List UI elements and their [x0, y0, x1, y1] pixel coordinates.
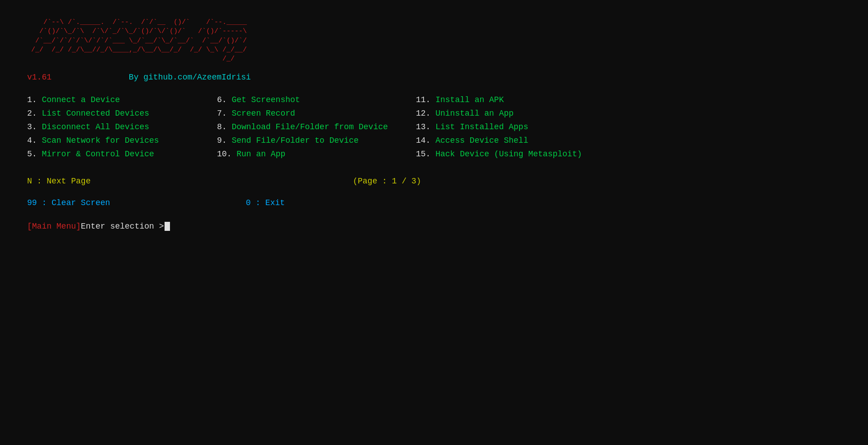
version-line: v1.61 By github.com/AzeemIdrisi: [27, 73, 841, 82]
menu-item-14[interactable]: 14. Access Device Shell: [416, 136, 841, 145]
menu-item-8[interactable]: 8. Download File/Folder from Device: [217, 122, 416, 131]
menu-number-1: 1.: [27, 95, 42, 104]
menu-label-10: Run an App: [236, 150, 285, 159]
exit-label-text: Exit: [265, 198, 285, 207]
menu-column-2: 6. Get Screenshot 7. Screen Record 8. Do…: [217, 95, 416, 159]
menu-item-11[interactable]: 11. Install an APK: [416, 95, 841, 104]
terminal-window: /`--\ /`._____. /`--. /`/`__ ()/` /`--._…: [0, 0, 868, 445]
author-text: By github.com/AzeemIdrisi: [129, 73, 251, 82]
menu-item-7[interactable]: 7. Screen Record: [217, 109, 416, 118]
menu-label-9: Send File/Folder to Device: [231, 136, 359, 145]
menu-number-3: 3.: [27, 122, 42, 131]
menu-item-10[interactable]: 10. Run an App: [217, 150, 416, 159]
exit-nav[interactable]: 0 : Exit: [246, 198, 285, 207]
version-text: v1.61: [27, 73, 52, 82]
menu-item-3[interactable]: 3. Disconnect All Devices: [27, 122, 217, 131]
menu-number-13: 13.: [416, 122, 435, 131]
menu-item-4[interactable]: 4. Scan Network for Devices: [27, 136, 217, 145]
menu-label-5: Mirror & Control Device: [42, 150, 154, 159]
menu-item-15[interactable]: 15. Hack Device (Using Metasploit): [416, 150, 841, 159]
exit-key: 0 :: [246, 198, 265, 207]
menu-number-10: 10.: [217, 150, 236, 159]
menu-label-7: Screen Record: [231, 109, 295, 118]
prompt-text: Enter selection >: [81, 222, 164, 231]
menu-item-13[interactable]: 13. List Installed Apps: [416, 122, 841, 131]
menu-number-11: 11.: [416, 95, 435, 104]
menu-number-14: 14.: [416, 136, 435, 145]
menu-column-3: 11. Install an APK 12. Uninstall an App …: [416, 95, 841, 159]
menu-label-11: Install an APK: [435, 95, 504, 104]
ascii-art-header: /`--\ /`._____. /`--. /`/`__ ()/` /`--._…: [27, 18, 841, 64]
cursor-block: [165, 222, 170, 231]
menu-item-5[interactable]: 5. Mirror & Control Device: [27, 150, 217, 159]
menu-number-9: 9.: [217, 136, 231, 145]
menu-number-2: 2.: [27, 109, 42, 118]
menu-label-1: Connect a Device: [42, 95, 120, 104]
menu-item-6[interactable]: 6. Get Screenshot: [217, 95, 416, 104]
menu-label-6: Get Screenshot: [231, 95, 300, 104]
menu-number-6: 6.: [217, 95, 231, 104]
menu-number-8: 8.: [217, 122, 231, 131]
menu-label-2: List Connected Devices: [42, 109, 149, 118]
menu-label-15: Hack Device (Using Metasploit): [435, 150, 582, 159]
menu-number-4: 4.: [27, 136, 42, 145]
menu-number-7: 7.: [217, 109, 231, 118]
prompt-line[interactable]: [Main Menu] Enter selection >: [27, 222, 841, 231]
menu-item-2[interactable]: 2. List Connected Devices: [27, 109, 217, 118]
menu-label-12: Uninstall an App: [435, 109, 514, 118]
menu-label-13: List Installed Apps: [435, 122, 528, 131]
menu-column-1: 1. Connect a Device 2. List Connected De…: [27, 95, 217, 159]
page-indicator: (Page : 1 / 3): [353, 177, 421, 186]
menu-label-14: Access Device Shell: [435, 136, 528, 145]
menu-item-12[interactable]: 12. Uninstall an App: [416, 109, 841, 118]
nav-section: N : Next Page (Page : 1 / 3): [27, 177, 841, 186]
menu-item-9[interactable]: 9. Send File/Folder to Device: [217, 136, 416, 145]
menu-number-12: 12.: [416, 109, 435, 118]
clear-screen-nav[interactable]: 99 : Clear Screen: [27, 198, 110, 207]
menu-item-1[interactable]: 1. Connect a Device: [27, 95, 217, 104]
menu-number-15: 15.: [416, 150, 435, 159]
menu-label-4: Scan Network for Devices: [42, 136, 159, 145]
next-page-nav[interactable]: N : Next Page: [27, 177, 90, 186]
clear-key: 99 :: [27, 198, 52, 207]
next-key-label: N :: [27, 177, 47, 186]
menu-grid: 1. Connect a Device 2. List Connected De…: [27, 95, 841, 159]
prompt-menu-label: [Main Menu]: [27, 222, 81, 231]
menu-label-8: Download File/Folder from Device: [231, 122, 388, 131]
bottom-nav: 99 : Clear Screen 0 : Exit: [27, 198, 841, 207]
clear-screen-label: Clear Screen: [52, 198, 110, 207]
menu-number-5: 5.: [27, 150, 42, 159]
next-page-label: Next Page: [47, 177, 90, 186]
menu-label-3: Disconnect All Devices: [42, 122, 149, 131]
